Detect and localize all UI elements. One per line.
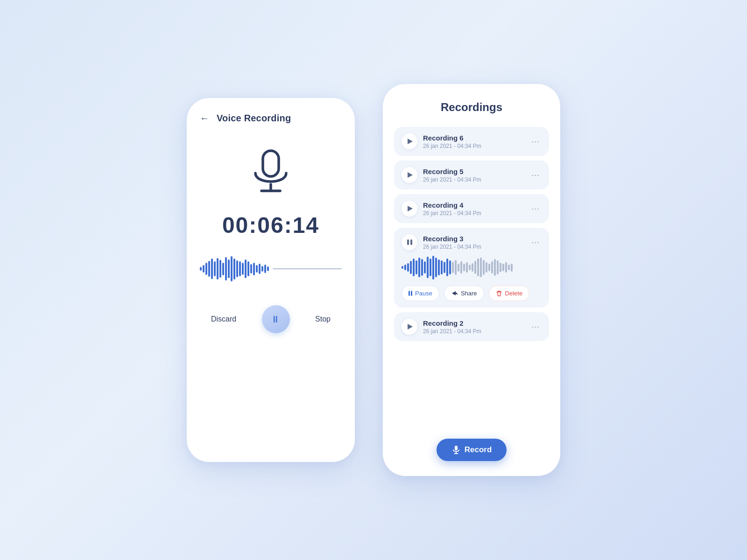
expanded-wave-bar <box>430 259 431 276</box>
wave-bar <box>231 256 233 281</box>
expanded-wave-bar <box>460 261 462 273</box>
recording-date-3: 26 jan 2021 - 04:34 Pm <box>423 244 524 250</box>
play-button-6[interactable] <box>402 133 417 149</box>
expanded-wave-bar <box>508 265 510 270</box>
mic-container <box>200 146 342 197</box>
expanded-wave-bar <box>480 258 482 278</box>
wave-bar <box>256 265 258 273</box>
expanded-wave-bar <box>410 261 412 273</box>
recording-item-2: Recording 226 jan 2021 - 04:34 Pm··· <box>394 312 549 341</box>
recording-item-5: Recording 526 jan 2021 - 04:34 Pm··· <box>394 161 549 189</box>
recording-info-5: Recording 526 jan 2021 - 04:34 Pm <box>423 168 524 183</box>
wave-bar <box>267 266 269 272</box>
play-button-4[interactable] <box>402 201 417 217</box>
share-action-button[interactable]: Share <box>444 286 484 301</box>
back-button[interactable]: ← <box>200 113 209 124</box>
recording-date-2: 26 jan 2021 - 04:34 Pm <box>423 328 524 335</box>
expanded-wave-bar <box>455 260 457 275</box>
expanded-wave-bar <box>458 264 459 272</box>
more-options-button-5[interactable]: ··· <box>529 168 542 182</box>
play-icon-4 <box>408 206 413 211</box>
recording-date-4: 26 jan 2021 - 04:34 Pm <box>423 210 524 217</box>
wave-bar <box>242 263 244 274</box>
play-icon-2 <box>408 324 413 329</box>
svg-rect-3 <box>455 446 458 450</box>
discard-button[interactable]: Discard <box>211 315 236 323</box>
expanded-wave-bar <box>511 264 513 272</box>
wave-bar <box>214 261 216 276</box>
wave-bar <box>203 265 204 273</box>
expanded-wave-bar <box>441 260 443 274</box>
expanded-wave-bar <box>444 262 445 273</box>
record-button[interactable]: Record <box>437 439 507 461</box>
expanded-wave-bar <box>502 264 504 271</box>
wave-bar <box>239 261 241 276</box>
recording-name-2: Recording 2 <box>423 319 524 327</box>
expanded-wave-bar <box>418 258 420 278</box>
phone-header: ← Voice Recording <box>200 113 342 124</box>
recording-name-5: Recording 5 <box>423 168 524 175</box>
wave-bar <box>261 266 263 272</box>
wave-bar <box>247 261 249 276</box>
wave-bar <box>264 265 266 273</box>
expanded-wave-bar <box>438 259 440 275</box>
recordings-phone: Recordings Recording 626 jan 2021 - 04:3… <box>383 84 560 476</box>
pause-label: Pause <box>415 290 432 297</box>
waveform-display <box>200 255 342 283</box>
pause-button[interactable]: ⏸ <box>262 305 290 333</box>
more-options-button-3[interactable]: ··· <box>529 236 542 249</box>
svg-rect-0 <box>263 151 279 176</box>
share-icon <box>451 290 458 297</box>
wave-bar <box>205 263 207 274</box>
recording-date-6: 26 jan 2021 - 04:34 Pm <box>423 143 524 149</box>
recording-timer: 00:06:14 <box>200 212 342 238</box>
expanded-wave-bar <box>494 259 496 276</box>
expanded-wave-bar <box>500 263 501 272</box>
play-button-5[interactable] <box>402 167 417 183</box>
pause-action-button[interactable]: Pause <box>402 286 439 301</box>
recording-date-5: 26 jan 2021 - 04:34 Pm <box>423 176 524 183</box>
recording-header-4: Recording 426 jan 2021 - 04:34 Pm··· <box>402 201 542 217</box>
recordings-list: Recording 626 jan 2021 - 04:34 Pm···Reco… <box>394 127 549 429</box>
wave-bar <box>217 258 218 280</box>
record-btn-container: Record <box>394 439 549 461</box>
recording-header-6: Recording 626 jan 2021 - 04:34 Pm··· <box>402 133 542 149</box>
stop-button[interactable]: Stop <box>315 315 331 323</box>
recording-header-2: Recording 226 jan 2021 - 04:34 Pm··· <box>402 319 542 335</box>
more-options-button-4[interactable]: ··· <box>529 202 542 216</box>
pause-button-3[interactable] <box>402 234 417 250</box>
expanded-wave-bar <box>466 262 468 273</box>
expanded-wave-bar <box>435 258 437 278</box>
expanded-wave-bar <box>427 257 429 279</box>
more-options-button-2[interactable]: ··· <box>529 320 542 334</box>
expanded-wave-bar <box>446 259 448 276</box>
recording-header-5: Recording 526 jan 2021 - 04:34 Pm··· <box>402 167 542 183</box>
mic-small-icon <box>451 445 461 455</box>
recording-info-4: Recording 426 jan 2021 - 04:34 Pm <box>423 201 524 217</box>
expanded-wave-bar <box>469 265 471 270</box>
wave-bar <box>208 261 210 277</box>
expanded-wave-bar <box>404 265 406 270</box>
recording-name-3: Recording 3 <box>423 235 524 243</box>
expanded-wave-bar <box>424 261 426 273</box>
share-label: Share <box>461 290 477 297</box>
expanded-wave-bar <box>452 262 454 273</box>
expanded-waveform-3 <box>402 256 542 279</box>
delete-action-button[interactable]: Delete <box>489 286 530 301</box>
wave-bar <box>253 263 255 275</box>
phones-container: ← Voice Recording 00:06:14 Discard ⏸ S <box>187 84 560 476</box>
recording-item-4: Recording 426 jan 2021 - 04:34 Pm··· <box>394 194 549 223</box>
delete-icon <box>496 290 502 297</box>
more-options-button-6[interactable]: ··· <box>529 135 542 148</box>
expanded-wave-bar <box>491 261 493 273</box>
wave-bar <box>219 260 221 278</box>
delete-label: Delete <box>505 290 523 297</box>
play-button-2[interactable] <box>402 319 417 335</box>
recording-controls: Discard ⏸ Stop <box>200 305 342 333</box>
wave-bar <box>233 259 235 280</box>
expanded-wave-bar <box>486 262 487 273</box>
expanded-wave-bar <box>413 259 415 276</box>
expanded-wave-bar <box>477 259 479 276</box>
wave-bar <box>225 257 227 280</box>
pause-icon-3 <box>407 239 412 245</box>
